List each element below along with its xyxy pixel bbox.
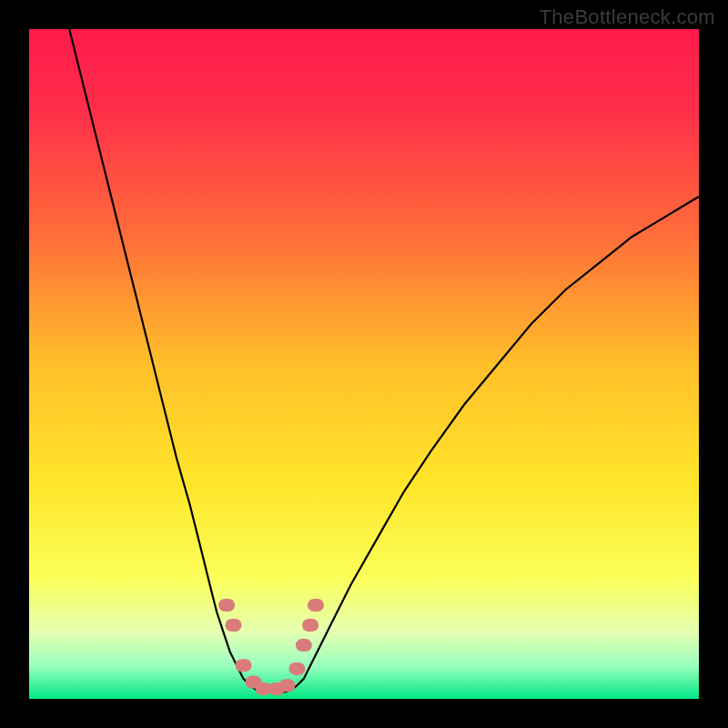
chart-svg bbox=[29, 29, 699, 699]
marker-point bbox=[278, 679, 295, 692]
marker-group bbox=[218, 599, 324, 695]
plot-area bbox=[29, 29, 699, 699]
marker-point bbox=[296, 639, 312, 652]
marker-point bbox=[288, 662, 305, 675]
marker-point bbox=[308, 599, 324, 612]
marker-point bbox=[218, 599, 235, 612]
marker-point bbox=[302, 619, 318, 632]
outer-frame: TheBottleneck.com bbox=[0, 0, 728, 728]
marker-point bbox=[226, 619, 242, 632]
curve-right-branch bbox=[297, 197, 699, 685]
watermark-text: TheBottleneck.com bbox=[540, 5, 715, 29]
marker-point bbox=[236, 659, 252, 672]
curve-left-branch bbox=[69, 29, 250, 685]
